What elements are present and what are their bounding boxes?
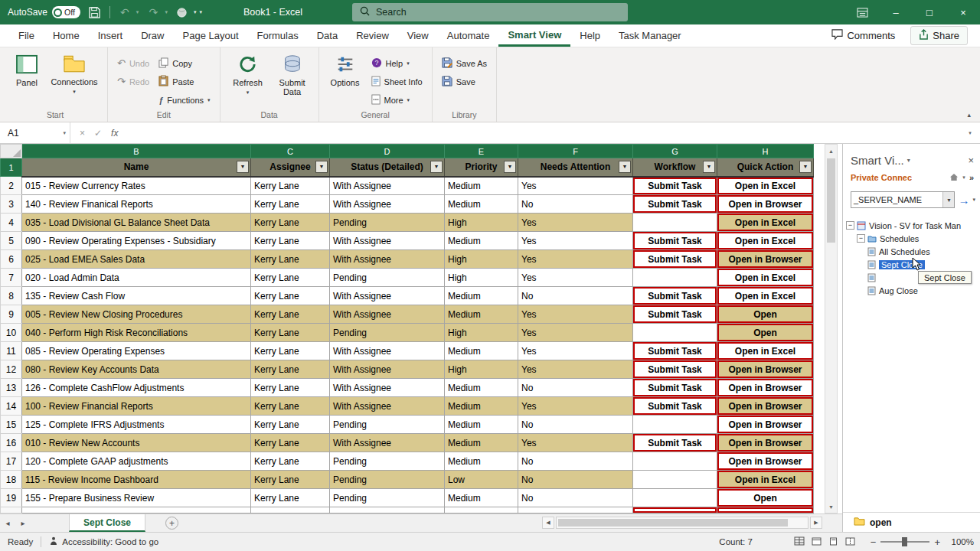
- cell-workflow[interactable]: [633, 269, 717, 287]
- autosave-toggle[interactable]: AutoSave Off: [8, 6, 80, 18]
- scroll-left-icon[interactable]: ◀: [542, 517, 554, 529]
- cell-status[interactable]: With Assignee: [330, 195, 445, 214]
- cell-priority[interactable]: Medium: [445, 342, 518, 360]
- cell-assignee[interactable]: Kerry Lane: [251, 214, 330, 232]
- options-button[interactable]: Options: [325, 49, 365, 108]
- zoom-in-button[interactable]: +: [929, 536, 945, 548]
- redo-chevron-icon[interactable]: ▾: [165, 9, 168, 15]
- cell-priority[interactable]: Medium: [445, 232, 518, 250]
- cell-quick-action[interactable]: Open: [717, 305, 814, 324]
- search-box[interactable]: Search: [352, 3, 628, 21]
- cell-assignee[interactable]: Kerry Lane: [251, 342, 330, 360]
- copy-button[interactable]: Copy: [155, 56, 213, 70]
- name-box[interactable]: A1 ▾: [0, 122, 70, 143]
- cell-workflow[interactable]: Submit Task: [633, 342, 717, 360]
- cell-name[interactable]: 010 - Review New Accounts: [22, 434, 251, 452]
- cell-quick-action[interactable]: Open in Browser: [717, 379, 814, 397]
- vertical-scrollbar[interactable]: ▲ ▼: [825, 144, 838, 514]
- cell-priority[interactable]: Medium: [445, 434, 518, 452]
- cell-name[interactable]: 005 - Review New Closing Procedures: [22, 305, 251, 324]
- ribbon-tab-insert[interactable]: Insert: [89, 24, 132, 47]
- header-cell-name[interactable]: Name▼: [22, 158, 251, 177]
- cell-status[interactable]: Pending: [330, 471, 445, 489]
- cell-workflow[interactable]: Submit Task: [633, 250, 717, 269]
- scroll-down-icon[interactable]: ▼: [825, 500, 837, 513]
- filter-dropdown-icon[interactable]: ▼: [237, 161, 249, 173]
- cell-quick-action[interactable]: Open: [717, 489, 814, 507]
- cell-assignee[interactable]: Kerry Lane: [251, 360, 330, 379]
- zoom-out-button[interactable]: −: [866, 536, 881, 548]
- cell-needs-attention[interactable]: No: [518, 416, 633, 434]
- cell-needs-attention[interactable]: No: [518, 379, 633, 397]
- functions-button[interactable]: ƒ Functions ▾: [155, 93, 213, 107]
- sphere-chevron-icon[interactable]: ▾: [194, 9, 197, 15]
- sheet-nav-right-icon[interactable]: ▸: [15, 514, 31, 532]
- cell-quick-action[interactable]: Open in Browser: [717, 360, 814, 379]
- ribbon-tab-home[interactable]: Home: [44, 24, 89, 47]
- header-cell-assignee[interactable]: Assignee▼: [251, 158, 330, 177]
- cell-assignee[interactable]: Kerry Lane: [251, 232, 330, 250]
- cell-assignee[interactable]: Kerry Lane: [251, 471, 330, 489]
- cell-needs-attention[interactable]: Yes: [518, 342, 633, 360]
- vertical-scroll-thumb[interactable]: [827, 158, 835, 243]
- cell-quick-action[interactable]: Open in Excel: [717, 232, 814, 250]
- cell-quick-action[interactable]: Open in Excel: [717, 342, 814, 360]
- connection-chevron-icon[interactable]: ▾: [962, 174, 965, 181]
- cell-priority[interactable]: High: [445, 250, 518, 269]
- save-icon[interactable]: [87, 3, 103, 21]
- cell-name[interactable]: 125 - Complete IFRS Adjustments: [22, 416, 251, 434]
- cell-priority[interactable]: High: [445, 360, 518, 379]
- more-button[interactable]: More ▾: [368, 93, 426, 107]
- scroll-up-icon[interactable]: ▲: [825, 145, 837, 157]
- redo-button[interactable]: ↷ Redo: [114, 74, 152, 89]
- cell-name[interactable]: 126 - Complete CashFlow Adjustments: [22, 379, 251, 397]
- cell-workflow[interactable]: [633, 324, 717, 342]
- ribbon-tab-file[interactable]: File: [9, 24, 44, 47]
- horizontal-scroll-thumb[interactable]: [558, 519, 788, 527]
- horizontal-scrollbar[interactable]: ◀ ▶: [542, 517, 822, 529]
- cell-name[interactable]: 040 - Perform High Risk Reconciliations: [22, 324, 251, 342]
- cell-assignee[interactable]: Kerry Lane: [251, 287, 330, 305]
- cell-status[interactable]: Pending: [330, 269, 445, 287]
- cell-assignee[interactable]: Kerry Lane: [251, 305, 330, 324]
- cell-status[interactable]: With Assignee: [330, 232, 445, 250]
- cell-priority[interactable]: High: [445, 324, 518, 342]
- row-heading-18[interactable]: 18: [1, 471, 22, 489]
- cell-workflow[interactable]: Submit Task: [633, 177, 717, 195]
- cell-needs-attention[interactable]: Yes: [518, 324, 633, 342]
- cell-empty[interactable]: [22, 507, 251, 514]
- comments-button[interactable]: Comments: [824, 27, 903, 44]
- redo-icon[interactable]: ↷: [145, 3, 162, 21]
- column-heading-b[interactable]: B: [22, 145, 251, 158]
- cell-status[interactable]: With Assignee: [330, 434, 445, 452]
- cell-needs-attention[interactable]: No: [518, 471, 633, 489]
- cell-needs-attention[interactable]: Yes: [518, 305, 633, 324]
- row-heading-3[interactable]: 3: [1, 195, 22, 214]
- pane-overflow-icon[interactable]: »: [969, 173, 974, 182]
- ribbon-tab-page-layout[interactable]: Page Layout: [174, 24, 248, 47]
- cell-assignee[interactable]: Kerry Lane: [251, 434, 330, 452]
- cell-priority[interactable]: Medium: [445, 397, 518, 416]
- column-heading-g[interactable]: G: [633, 145, 717, 158]
- zoom-slider-thumb[interactable]: [902, 537, 907, 546]
- ribbon-tab-automate[interactable]: Automate: [438, 24, 499, 47]
- go-options-chevron-icon[interactable]: ▾: [972, 197, 975, 203]
- cell-workflow[interactable]: Submit Task: [633, 397, 717, 416]
- tree-item-all-schedules[interactable]: All Schedules: [843, 245, 980, 258]
- cell-quick-action[interactable]: [717, 507, 814, 514]
- pane-close-icon[interactable]: ×: [968, 155, 974, 166]
- row-heading-13[interactable]: 13: [1, 379, 22, 397]
- cell-status[interactable]: Pending: [330, 324, 445, 342]
- filter-dropdown-icon[interactable]: ▼: [799, 161, 812, 173]
- cell-empty[interactable]: [518, 507, 633, 514]
- column-heading-e[interactable]: E: [445, 145, 518, 158]
- sphere-icon[interactable]: [174, 3, 191, 21]
- zoom-slider[interactable]: [880, 536, 929, 547]
- quick-access-customize-icon[interactable]: ▾: [199, 9, 202, 15]
- go-arrow-button[interactable]: →: [958, 194, 969, 206]
- maximize-button[interactable]: □: [913, 0, 946, 24]
- cell-quick-action[interactable]: Open in Browser: [717, 452, 814, 471]
- cell-workflow[interactable]: [633, 471, 717, 489]
- ribbon-tab-data[interactable]: Data: [308, 24, 347, 47]
- undo-chevron-icon[interactable]: ▾: [136, 9, 139, 15]
